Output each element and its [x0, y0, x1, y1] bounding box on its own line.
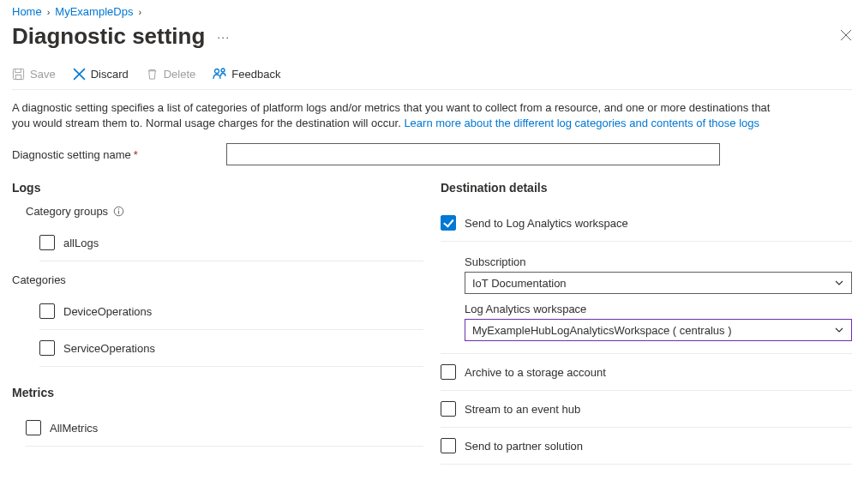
trash-icon	[146, 68, 159, 81]
storage-checkbox[interactable]	[441, 364, 456, 380]
svg-rect-0	[13, 69, 23, 79]
close-button[interactable]	[840, 29, 852, 44]
feedback-icon	[213, 67, 226, 81]
save-label: Save	[30, 68, 56, 81]
subscription-select[interactable]: IoT Documentation	[465, 272, 852, 294]
save-icon	[12, 68, 25, 81]
breadcrumb-home[interactable]: Home	[12, 5, 42, 18]
alllogs-checkbox[interactable]	[39, 235, 55, 250]
discard-button[interactable]: Discard	[73, 68, 129, 81]
categories-label: Categories	[12, 273, 423, 286]
alllogs-label: allLogs	[63, 237, 99, 249]
svg-point-3	[221, 69, 225, 72]
deviceoperations-checkbox[interactable]	[39, 303, 55, 319]
eventhub-checkbox[interactable]	[441, 401, 456, 417]
metrics-heading: Metrics	[12, 386, 423, 399]
more-actions-button[interactable]: ···	[217, 30, 230, 44]
delete-label: Delete	[164, 68, 196, 81]
setting-name-input[interactable]	[226, 143, 720, 165]
close-icon	[840, 29, 852, 41]
svg-point-2	[215, 69, 219, 74]
storage-label: Archive to a storage account	[465, 366, 606, 379]
feedback-button[interactable]: Feedback	[213, 67, 280, 81]
page-title: Diagnostic setting	[12, 23, 205, 50]
chevron-down-icon	[834, 325, 844, 335]
feedback-label: Feedback	[231, 68, 280, 81]
loganalytics-checkbox[interactable]	[441, 215, 456, 231]
workspace-select[interactable]: MyExampleHubLogAnalyticsWorkspace ( cent…	[465, 319, 852, 341]
eventhub-label: Stream to an event hub	[465, 403, 580, 416]
setting-name-label: Diagnostic setting name*	[12, 148, 226, 161]
discard-icon	[73, 68, 86, 81]
intro-text: A diagnostic setting specifies a list of…	[12, 100, 783, 131]
chevron-right-icon: ›	[138, 7, 141, 17]
workspace-value: MyExampleHubLogAnalyticsWorkspace ( cent…	[472, 324, 732, 337]
serviceoperations-label: ServiceOperations	[63, 342, 155, 355]
save-button[interactable]: Save	[12, 68, 56, 81]
toolbar: Save Discard Delete Feedback	[12, 50, 852, 90]
delete-button[interactable]: Delete	[146, 68, 196, 81]
loganalytics-label: Send to Log Analytics workspace	[465, 217, 628, 230]
logs-heading: Logs	[12, 181, 423, 195]
breadcrumb-resource[interactable]: MyExampleDps	[55, 5, 133, 18]
category-groups-label: Category groups	[26, 205, 423, 218]
destination-heading: Destination details	[441, 181, 852, 195]
workspace-label: Log Analytics workspace	[465, 303, 852, 315]
deviceoperations-label: DeviceOperations	[63, 305, 152, 318]
partner-checkbox[interactable]	[441, 438, 456, 453]
chevron-down-icon	[834, 278, 844, 288]
info-icon[interactable]	[113, 206, 124, 217]
allmetrics-checkbox[interactable]	[26, 420, 41, 435]
intro-learn-more-link[interactable]: Learn more about the different log categ…	[404, 117, 759, 129]
partner-label: Send to partner solution	[465, 440, 583, 453]
serviceoperations-checkbox[interactable]	[39, 340, 55, 356]
loganalytics-config: Subscription IoT Documentation Log Analy…	[441, 242, 852, 354]
chevron-right-icon: ›	[47, 7, 51, 17]
breadcrumb: Home › MyExampleDps ›	[12, 5, 852, 23]
allmetrics-label: AllMetrics	[50, 422, 98, 435]
discard-label: Discard	[91, 68, 129, 81]
subscription-value: IoT Documentation	[472, 277, 567, 290]
svg-rect-1	[15, 75, 21, 79]
subscription-label: Subscription	[465, 255, 852, 268]
